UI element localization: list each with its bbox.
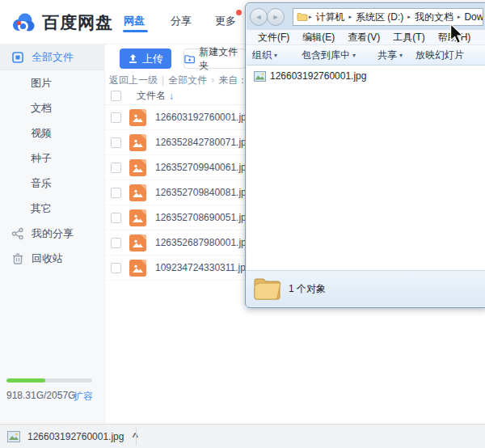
table-row[interactable]: 126352687980001.jpg [105,230,245,256]
download-item[interactable]: 126603192760001.jpg ^ [0,425,148,448]
windows-explorer-window: ◄ ► ▸ 计算机 ▸ 系统区 (D:) ▸ 我的文档 ▸ Downloads … [245,2,485,308]
file-name: 126352709940061.jpg [155,162,251,173]
file-name: 126352709840081.jpg [155,187,251,198]
table-row[interactable]: 126352709840081.jpg [105,180,245,205]
expand-storage-link[interactable]: 扩容 [74,390,93,404]
storage-bar-fill [6,378,45,382]
breadcrumb-back-link[interactable]: 返回上一级 [109,74,158,87]
row-checkbox[interactable] [111,238,121,248]
breadcrumb-separator: › [211,74,214,86]
sidebar-item-label: 我的分享 [32,226,74,241]
select-all-checkbox[interactable] [111,91,121,101]
slideshow-button[interactable]: 放映幻灯片 [415,49,464,62]
table-row[interactable]: 126352708690051.jpg [105,205,245,230]
baidu-logo[interactable]: 百度网盘 [11,11,113,34]
image-file-icon [129,134,146,151]
menu-view[interactable]: 查看(V) [341,31,386,44]
include-in-library-label: 包含到库中 [302,49,350,62]
menu-help[interactable]: 帮助(H) [432,31,478,44]
sidebar-item-label: 回收站 [32,251,63,266]
sidebar-item-music[interactable]: 音乐 [0,171,104,196]
row-checkbox[interactable] [111,112,121,123]
app-title: 百度网盘 [42,11,113,34]
upload-icon [128,53,138,64]
slideshow-label: 放映幻灯片 [415,49,464,62]
organize-label: 组织 [252,49,272,62]
address-crumb-computer[interactable]: 计算机 [313,11,348,24]
tab-netdisk[interactable]: 网盘 [124,14,145,28]
download-bar-divider [136,428,137,446]
storage-bar-track [6,378,92,382]
address-crumb-drive-d[interactable]: 系统区 (D:) [352,11,407,24]
table-row[interactable]: 126352842780071.jpg [105,130,245,155]
row-checkbox[interactable] [111,163,121,173]
notification-badge [236,10,242,15]
sidebar-item-label: 音乐 [31,176,52,191]
explorer-file-area[interactable]: 126603192760001.jpg [247,66,485,270]
explorer-file-item[interactable]: 126603192760001.jpg [254,70,366,82]
big-folder-icon [252,275,283,302]
sidebar-item-seeds[interactable]: 种子 [0,146,104,171]
include-in-library-button[interactable]: 包含到库中 ▾ [302,49,356,62]
explorer-file-name: 126603192760001.jpg [270,70,366,82]
breadcrumb-root-link[interactable]: 全部文件 [168,74,207,87]
table-row[interactable]: 109234724330311.jpg [105,256,245,281]
tab-more[interactable]: 更多 [215,14,236,28]
row-checkbox[interactable] [111,137,121,148]
sidebar: 全部文件 图片 文档 视频 种子 音乐 其它 我的分享 回收站 918.31G/… [0,44,105,424]
image-file-icon [129,260,146,277]
status-object-count: 1 个对象 [289,282,326,296]
sidebar-item-my-share[interactable]: 我的分享 [0,221,104,246]
organize-menu-button[interactable]: 组织 ▾ [252,49,277,62]
explorer-nav-row: ◄ ► ▸ 计算机 ▸ 系统区 (D:) ▸ 我的文档 ▸ Downloads [250,7,483,27]
image-file-icon [129,184,146,201]
table-row[interactable]: 126352709940061.jpg [105,155,245,180]
image-file-icon [129,159,146,176]
breadcrumb-separator: | [162,74,164,86]
sidebar-item-videos[interactable]: 视频 [0,120,104,146]
explorer-menu-bar: 文件(F) 编辑(E) 查看(V) 工具(T) 帮助(H) [247,30,485,45]
tab-share[interactable]: 分享 [171,14,192,28]
share-icon [11,227,24,240]
sort-descending-icon[interactable]: ↓ [169,91,174,102]
upload-button[interactable]: 上传 [120,49,171,69]
file-name: 126352687980001.jpg [155,237,251,248]
forward-button[interactable]: ► [267,8,285,26]
sidebar-item-documents[interactable]: 文档 [0,95,104,120]
menu-tools[interactable]: 工具(T) [386,31,431,44]
folder-icon [297,12,308,22]
file-list: 126603192760001.jpg 126352842780071.jpg … [105,105,245,281]
sidebar-item-label: 文档 [31,101,52,116]
back-button[interactable]: ◄ [250,8,268,26]
sidebar-item-others[interactable]: 其它 [0,196,104,221]
file-name: 126352842780071.jpg [155,137,251,148]
sidebar-item-all-files[interactable]: 全部文件 [0,44,104,70]
menu-edit[interactable]: 编辑(E) [296,31,341,44]
menu-file[interactable]: 文件(F) [251,31,296,44]
table-row[interactable]: 126603192760001.jpg [105,105,245,130]
all-files-icon [11,51,24,64]
filename-column-header[interactable]: 文件名 [137,89,166,103]
download-file-name: 126603192760001.jpg [27,431,124,442]
dropdown-arrow-icon: ▾ [274,52,277,59]
image-thumbnail-icon [254,71,266,82]
sidebar-item-label: 图片 [31,76,52,91]
row-checkbox[interactable] [111,188,121,198]
file-name: 126352708690051.jpg [155,212,251,223]
row-checkbox[interactable] [111,213,121,223]
baidu-cloud-logo-icon [11,12,36,33]
sidebar-item-pictures[interactable]: 图片 [0,70,104,95]
address-bar[interactable]: ▸ 计算机 ▸ 系统区 (D:) ▸ 我的文档 ▸ Downloads [293,8,483,26]
downloaded-image-icon [7,431,20,442]
address-crumb-downloads[interactable]: Downloads [461,11,483,23]
share-menu-button[interactable]: 共享 ▾ [377,49,403,62]
image-file-icon [129,109,146,126]
trash-icon [11,252,24,265]
row-checkbox[interactable] [111,263,121,273]
share-label: 共享 [377,49,397,62]
new-folder-button[interactable]: 新建文件夹 [183,49,246,69]
sidebar-item-label: 视频 [31,126,52,141]
address-crumb-my-documents[interactable]: 我的文档 [411,11,457,24]
dropdown-arrow-icon: ▾ [352,52,356,59]
sidebar-item-recycle-bin[interactable]: 回收站 [0,246,104,271]
